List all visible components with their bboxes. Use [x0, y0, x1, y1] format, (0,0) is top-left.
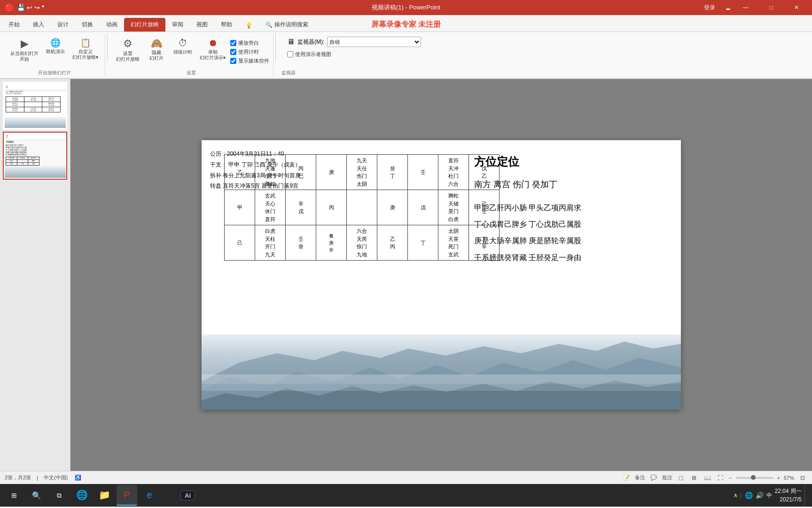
monitor-select[interactable]: 自动: [327, 37, 421, 47]
maximize-button[interactable]: □: [760, 0, 782, 15]
accessibility-icon[interactable]: ♿: [73, 473, 83, 483]
svg-rect-4: [202, 374, 681, 384]
zoom-slider[interactable]: [736, 477, 773, 479]
taskbar-app-ie[interactable]: e: [139, 485, 160, 506]
tab-animation[interactable]: 动画: [100, 18, 124, 32]
login-button[interactable]: 登录: [698, 2, 721, 14]
separator-2: [275, 34, 276, 62]
fangwei-line-3: 庚是大肠辛属肺 庚是脐轮辛属股: [474, 232, 653, 249]
record-button[interactable]: ⏺ 录制幻灯片演示▾: [197, 36, 228, 63]
tab-view[interactable]: 视图: [190, 18, 214, 32]
taskbar-app-powerpoint[interactable]: P: [117, 485, 137, 506]
cell-r3-c2: 白虎天柱开门九天: [255, 225, 286, 261]
tab-help[interactable]: 帮助: [214, 18, 239, 32]
datetime-display: 22:04 周一 2021/7/5: [775, 487, 802, 504]
title-left: 🔴 💾 ↩ ↪ ▾: [5, 3, 44, 12]
chevron-up-icon[interactable]: ∧: [734, 492, 738, 499]
comments-icon[interactable]: 💬: [649, 473, 658, 483]
slide-sorter-icon[interactable]: ⊞: [689, 473, 699, 483]
rehearse-button[interactable]: ⏱ 排练计时: [171, 36, 195, 57]
timings-label: 使用计时: [238, 48, 259, 56]
ribbon-collapse-icon[interactable]: 🗕: [725, 4, 731, 11]
rehearse-label: 排练计时: [173, 49, 192, 55]
narration-check[interactable]: 播放旁白: [230, 40, 269, 47]
table-row-1: 乙 九地天蓬生门腾蛇 丙已 庚 九天天任伤门太阴 癸丁 壬 直符天冲杜门六合 戊…: [225, 155, 500, 190]
tab-transition[interactable]: 切换: [75, 18, 100, 32]
media-check[interactable]: 显示媒体控件: [230, 57, 269, 64]
cell-r1-c6: 癸丁: [377, 155, 408, 190]
slide-right-content: 方位定位 南方 离宫 伤门 癸加丁 甲胆乙肝丙小肠 甲头乙项丙肩求 丁心戊胃己脾…: [474, 154, 653, 266]
timings-checkbox[interactable]: [230, 49, 236, 55]
undo-icon[interactable]: ↩: [27, 4, 32, 11]
custom-show-button[interactable]: 📋 自定义幻灯片放映▾: [70, 36, 101, 62]
notes-label[interactable]: 备注: [635, 474, 645, 481]
save-icon[interactable]: 💾: [17, 4, 25, 11]
tab-slideshow[interactable]: 幻灯片放映: [124, 18, 165, 32]
tab-insert[interactable]: 插入: [26, 18, 51, 32]
fit-slide-icon[interactable]: ⊡: [798, 473, 807, 483]
cell-r1-c3: 丙已: [286, 155, 316, 190]
tab-lightbulb[interactable]: 💡: [239, 19, 259, 32]
start-menu-button[interactable]: ⊞: [4, 485, 24, 506]
network-icon[interactable]: 🌐: [745, 492, 753, 499]
search-bar-tab[interactable]: 🔍 操作说明搜索: [259, 18, 315, 32]
task-view-button[interactable]: ⧉: [49, 485, 70, 506]
monitor-row: 🖥 监视器(M): 自动: [287, 37, 421, 47]
comments-label[interactable]: 批注: [662, 474, 672, 481]
taskbar-app-explorer[interactable]: 📁: [94, 485, 115, 506]
hide-slide-button[interactable]: 🙈 隐藏幻灯片: [144, 36, 169, 63]
volume-icon[interactable]: 🔊: [756, 492, 764, 499]
slides-count: 2张，共2张: [5, 474, 31, 481]
ribbon-tabs: 开始 插入 设计 切换 动画 幻灯片放映 审阅 视图 帮助 💡 🔍 操作说明搜索: [0, 15, 812, 32]
cell-r2-c4: 丙: [316, 190, 347, 225]
taskbar-app-edge[interactable]: 🌐: [71, 485, 92, 506]
input-lang-icon[interactable]: 中: [766, 492, 772, 500]
presenter-view-check[interactable]: 使用演示者视图: [287, 51, 421, 58]
close-button[interactable]: ✕: [786, 0, 807, 15]
reading-view-icon[interactable]: 📖: [703, 473, 712, 483]
narration-checkbox[interactable]: [230, 40, 236, 46]
cell-r2-c1: 甲: [225, 190, 255, 225]
cell-r1-c2: 九地天蓬生门腾蛇: [255, 155, 286, 190]
ppt-logo-icon: 🔴: [5, 3, 14, 12]
minimize-button[interactable]: —: [735, 0, 757, 15]
hide-slide-icon: 🙈: [151, 38, 163, 49]
presenter-view-status-icon[interactable]: ⛶: [716, 473, 725, 483]
zoom-out-icon[interactable]: −: [729, 475, 732, 481]
media-checkbox[interactable]: [230, 58, 236, 64]
normal-view-icon[interactable]: □: [676, 473, 686, 483]
cell-r2-c2: 玄武天心休门直符: [255, 190, 286, 225]
status-left: 2张，共2张 | 中文(中国) ♿: [5, 473, 83, 483]
notes-icon[interactable]: 📝: [622, 473, 631, 483]
dropdown-icon[interactable]: ▾: [42, 4, 44, 11]
ai-badge[interactable]: Ai: [180, 491, 195, 500]
slide-thumb-2[interactable]: 2 方位定位 南方 离宫 伤门 癸加丁 甲胆乙肝丙小肠 甲头乙项 丁心戊胃己脾乡…: [3, 132, 67, 180]
qimen-table: 乙 九地天蓬生门腾蛇 丙已 庚 九天天任伤门太阴 癸丁 壬 直符天冲杜门六合 戊…: [224, 154, 500, 261]
setup-show-button[interactable]: ⚙ 设置幻灯片放映: [113, 36, 142, 64]
setup-group-title: 设置: [187, 68, 196, 76]
slide-thumb-1[interactable]: 1 公历: 2004年3月31日11:40 干支: 甲申 丁卯 己酉 庚午 九地…: [3, 82, 67, 130]
thumb-2-mountain: [5, 165, 66, 178]
zoom-in-icon[interactable]: +: [777, 475, 780, 481]
slide-thumb-2-inner: 方位定位 南方 离宫 伤门 癸加丁 甲胆乙肝丙小肠 甲头乙项 丁心戊胃己脾乡 丁…: [5, 139, 66, 178]
svg-rect-5: [202, 384, 681, 391]
tab-start[interactable]: 开始: [2, 18, 26, 32]
timings-check[interactable]: 使用计时: [230, 48, 269, 56]
language-indicator: 中文(中国): [44, 474, 68, 481]
from-current-button[interactable]: ▶ 从当前幻灯片开始: [8, 36, 41, 64]
slide-panel: 1 公历: 2004年3月31日11:40 干支: 甲申 丁卯 己酉 庚午 九地…: [0, 79, 70, 471]
online-present-button[interactable]: 🌐 联机演示: [43, 36, 68, 56]
cell-r3-c1: 己: [225, 225, 255, 261]
start-buttons: ▶ 从当前幻灯片开始 🌐 联机演示 📋 自定义幻灯片放映▾: [8, 34, 101, 68]
search-taskbar-button[interactable]: 🔍: [26, 485, 47, 506]
taskbar: ⊞ 🔍 ⧉ 🌐 📁 P e Ai ∧ | 🌐 🔊 中 22:04 周一 2021…: [0, 484, 812, 507]
redo-icon[interactable]: ↪: [34, 4, 40, 11]
show-desktop-button[interactable]: [804, 485, 807, 506]
status-divider-1: |: [37, 475, 38, 481]
tab-design[interactable]: 设计: [51, 18, 75, 32]
tab-review[interactable]: 审阅: [165, 18, 190, 32]
cell-r3-c4: 禽庚辛: [316, 225, 347, 261]
fangwei-line-2: 丁心戊胃己脾乡 丁心戊肋己属股: [474, 216, 653, 232]
record-label: 录制幻灯片演示▾: [200, 49, 226, 61]
presenter-view-checkbox[interactable]: [287, 51, 293, 57]
